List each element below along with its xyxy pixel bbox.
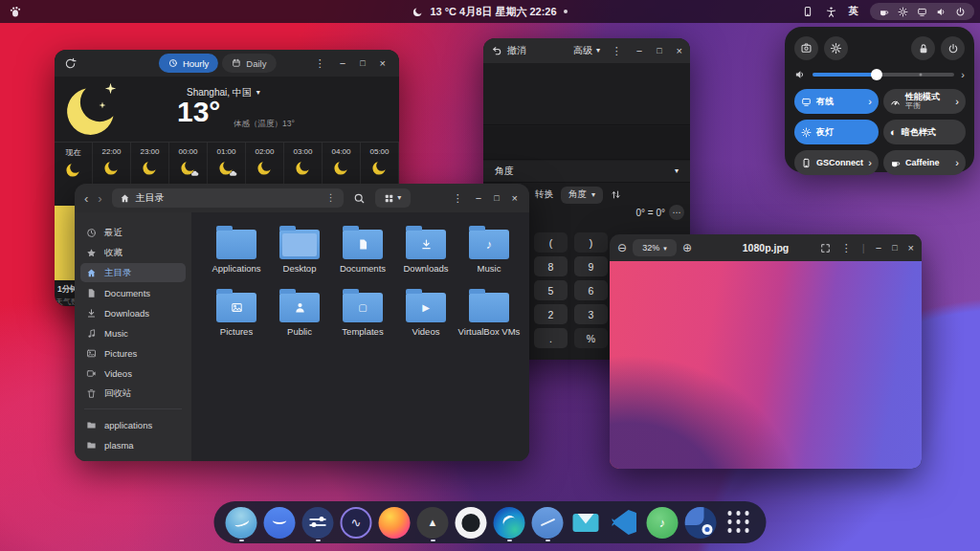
minimize-button[interactable]: − [636, 46, 642, 56]
close-button[interactable]: × [677, 46, 682, 56]
sidebar-item-pictures[interactable]: Pictures [80, 343, 186, 363]
sidebar-item-home[interactable]: 主目录 [80, 263, 186, 282]
sidebar-item-videos[interactable]: Videos [80, 364, 186, 383]
folder-applications[interactable]: Applications [205, 222, 268, 285]
folder-music[interactable]: ♪Music [457, 222, 521, 285]
menu-icon[interactable]: ⋮ [612, 46, 622, 56]
sidebar-item-music[interactable]: Music [80, 323, 186, 342]
undo-button[interactable]: 撤消 [491, 44, 526, 57]
maximize-button[interactable]: □ [360, 59, 365, 68]
zoom-out-button[interactable]: ⊖ [617, 242, 627, 253]
tab-daily[interactable]: Daily [222, 54, 276, 73]
zoom-level-dropdown[interactable]: 32% ▾ [633, 239, 677, 256]
sidebar-item-plasma[interactable]: plasma [80, 435, 186, 454]
back-button[interactable]: ‹ [84, 192, 88, 205]
toggle-gsconnect[interactable]: GSConnect › [794, 150, 879, 175]
toggle-wired[interactable]: 有线 › [794, 89, 879, 114]
settings-button[interactable] [824, 36, 848, 60]
path-menu-icon[interactable]: ⋮ [326, 193, 336, 203]
dock-item-utility-app[interactable] [683, 503, 719, 541]
toggle-caffeine[interactable]: Caffeine › [883, 150, 966, 175]
key-paren-open[interactable]: ( [534, 232, 568, 253]
dock-item-vscode[interactable] [607, 503, 642, 541]
dock-item-firefox[interactable] [377, 503, 412, 541]
key-9[interactable]: 9 [574, 256, 608, 276]
convert-to-dropdown[interactable]: 角度 ▾ [561, 187, 603, 204]
folder-virtualbox[interactable]: VirtualBox VMs [457, 285, 521, 348]
zoom-in-button[interactable]: ⊕ [682, 242, 692, 253]
sidebar-item-applications[interactable]: applications [80, 415, 186, 434]
expand-audio-icon[interactable]: › [961, 70, 965, 80]
calculator-display[interactable] [483, 63, 690, 125]
maximize-button[interactable]: □ [494, 194, 499, 203]
dock-item-inkscape[interactable]: ▲ [415, 503, 451, 541]
dock-item-tweaks[interactable] [301, 503, 336, 541]
sidebar-item-recent[interactable]: 最近 [80, 223, 186, 242]
dock-item-github[interactable] [454, 503, 489, 541]
mode-selector[interactable]: 高级 ▾ [573, 44, 600, 57]
toggle-performance[interactable]: 性能模式平衡 › [883, 89, 966, 114]
minimize-button[interactable]: − [876, 243, 881, 253]
volume-slider-knob[interactable] [871, 69, 882, 80]
minimize-button[interactable]: − [476, 193, 481, 204]
tab-hourly[interactable]: Hourly [159, 54, 218, 73]
sidebar-item-themes[interactable]: .themes [80, 455, 186, 461]
dock-item-edge[interactable] [492, 503, 527, 541]
gsconnect-phone-icon[interactable] [802, 6, 813, 17]
dock-item-music-app[interactable]: ♪ [645, 503, 680, 541]
close-button[interactable]: × [908, 243, 914, 253]
chevron-right-icon[interactable]: › [955, 158, 959, 168]
minimize-button[interactable]: − [340, 58, 345, 69]
close-button[interactable]: × [380, 58, 386, 69]
folder-videos[interactable]: ▶Videos [394, 285, 457, 348]
folder-templates[interactable]: ▢Templates [331, 285, 394, 348]
key-8[interactable]: 8 [534, 256, 568, 276]
dock-item-system-monitor[interactable]: ∿ [339, 503, 374, 541]
view-toggle-button[interactable]: ▾ [375, 188, 411, 208]
dock-item-app-grid[interactable] [722, 503, 757, 541]
chevron-right-icon[interactable]: › [868, 97, 872, 107]
maximize-button[interactable]: □ [657, 47, 661, 55]
key-paren-close[interactable]: ) [574, 232, 608, 253]
menu-icon[interactable]: ⋮ [315, 58, 325, 69]
power-button[interactable] [941, 36, 965, 60]
lock-button[interactable] [911, 36, 935, 60]
key-percent[interactable]: % [574, 328, 608, 348]
sidebar-item-documents[interactable]: Documents [80, 283, 186, 302]
dock-item-web-app[interactable] [262, 503, 298, 541]
menu-icon[interactable]: ⋮ [841, 243, 852, 253]
sidebar-item-trash[interactable]: 回收站 [80, 384, 186, 403]
angle-mode-dropdown[interactable]: 角度 ▾ [483, 161, 690, 183]
maximize-button[interactable]: □ [892, 244, 897, 253]
sidebar-item-downloads[interactable]: Downloads [80, 303, 186, 322]
folder-documents[interactable]: Documents [331, 222, 394, 285]
key-2[interactable]: 2 [534, 304, 568, 324]
folder-downloads[interactable]: Downloads [394, 222, 457, 285]
dock-item-mail[interactable] [568, 503, 604, 541]
system-status-area[interactable] [870, 3, 974, 20]
folder-pictures[interactable]: Pictures [205, 285, 268, 348]
forward-button[interactable]: › [98, 192, 101, 205]
screenshot-button[interactable] [794, 36, 818, 60]
toggle-dark-style[interactable]: ◐ 暗色样式 [883, 120, 966, 144]
key-5[interactable]: 5 [534, 280, 568, 300]
folder-desktop[interactable]: Desktop [268, 222, 331, 285]
dock-item-weather-app[interactable] [224, 503, 259, 541]
folder-public[interactable]: Public [268, 285, 331, 348]
refresh-icon[interactable] [64, 57, 77, 70]
key-decimal[interactable]: . [534, 328, 568, 348]
accessibility-icon[interactable] [825, 6, 837, 18]
swap-units-icon[interactable] [611, 189, 621, 200]
search-icon[interactable] [353, 192, 366, 205]
menu-icon[interactable]: ⋮ [453, 193, 463, 204]
input-method-indicator[interactable]: 英 [849, 5, 859, 18]
sidebar-item-starred[interactable]: 收藏 [80, 243, 186, 262]
key-3[interactable]: 3 [574, 304, 608, 324]
hourly-forecast[interactable]: 现在 22:00 23:00 00:00 01:00 02:00 03:00 0… [55, 142, 399, 186]
key-6[interactable]: 6 [574, 280, 608, 300]
chevron-right-icon[interactable]: › [868, 158, 872, 168]
volume-slider[interactable] [813, 73, 954, 77]
dock-item-files-app[interactable] [530, 503, 566, 541]
close-button[interactable]: × [512, 193, 518, 204]
chevron-right-icon[interactable]: › [955, 97, 959, 107]
